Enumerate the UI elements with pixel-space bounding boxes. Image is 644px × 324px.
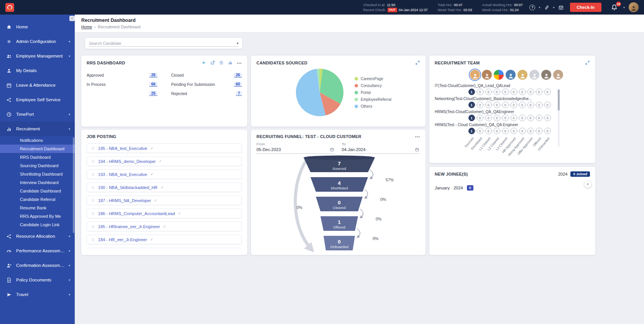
carousel-prev-button[interactable]: ‹ <box>584 181 591 188</box>
job-posting-row[interactable]: ☆185 - HRtrainee_eer_Jr.Engineer✓ <box>87 222 242 231</box>
sidebar-item-travel[interactable]: Travel▾ <box>0 287 75 302</box>
stage-count-bubble[interactable]: 0 <box>485 115 492 121</box>
sidebar-subitem-candidate-referral[interactable]: Candidate Referral <box>0 195 75 204</box>
sidebar-item-policy-documents[interactable]: Policy Documents▾ <box>0 273 75 287</box>
notifications-bell[interactable]: 33 <box>611 4 618 11</box>
sidebar-subitem-notifications[interactable]: Notifications <box>0 136 75 145</box>
expand-icon[interactable] <box>415 60 420 65</box>
expand-icon[interactable] <box>585 60 590 65</box>
help-icon[interactable]: ? <box>529 5 535 10</box>
team-avatar[interactable] <box>529 70 539 80</box>
star-icon[interactable]: ☆ <box>91 211 95 216</box>
stage-count-bubble[interactable]: 0 <box>544 89 551 95</box>
calendar-icon[interactable] <box>330 147 334 152</box>
sidebar-scrollbar[interactable] <box>73 137 74 233</box>
job-posting-row[interactable]: ☆186 - HRMS_Computer_AccountantLead✓ <box>87 209 242 218</box>
job-posting-row[interactable]: ☆194 - HRMS_demo_Developer✓ <box>87 156 242 166</box>
sidebar-subitem-rrs-approved-by-me[interactable]: RRS Approved By Me <box>0 212 75 220</box>
stage-count-bubble[interactable]: 0 <box>477 89 483 95</box>
stage-count-bubble[interactable]: 0 <box>536 102 542 108</box>
job-posting-link[interactable]: 185 - HRtrainee_eer_Jr.Engineer <box>98 224 160 229</box>
sidebar-item-employee-self-service[interactable]: Employee Self Service <box>0 92 75 107</box>
star-icon[interactable]: ☆ <box>91 198 95 203</box>
sidebar-subitem-resume-bank[interactable]: Resume Bank <box>0 204 75 212</box>
job-posting-row[interactable]: ☆187 - HRMS_NA_Developer✓ <box>87 196 242 205</box>
link-icon[interactable] <box>544 5 550 10</box>
sidebar-collapse-button[interactable]: ‹ <box>69 16 75 21</box>
sidebar-item-recruitment[interactable]: Recruitment▾ <box>0 122 75 136</box>
job-posting-row[interactable]: ☆195 - NBA_test_Executive✓ <box>87 143 242 153</box>
sidebar-subitem-rrs-dashboard[interactable]: RRS Dashboard <box>0 153 75 161</box>
stage-count-bubble[interactable]: 0 <box>477 115 483 121</box>
stage-count-bubble[interactable]: 0 <box>536 128 542 134</box>
stage-count-bubble[interactable]: 0 <box>527 102 534 108</box>
sidebar-item-my-details[interactable]: My Details <box>0 63 75 78</box>
stage-count-bubble[interactable]: 0 <box>519 102 526 108</box>
stage-count-bubble[interactable]: 0 <box>511 128 517 134</box>
stage-count-bubble[interactable]: 0 <box>494 115 500 121</box>
job-posting-link[interactable]: 190 - NBA_Skillstackadded_HR <box>98 185 158 190</box>
more-options-icon[interactable]: ⋯ <box>415 135 420 138</box>
add-icon[interactable] <box>201 60 206 65</box>
stage-count-bubble[interactable]: 0 <box>519 89 526 95</box>
funnel-from-field[interactable]: From 05-Dec-2023 <box>256 142 335 154</box>
stat-value-link[interactable]: 66 <box>149 82 157 87</box>
star-icon[interactable]: ☆ <box>91 172 95 177</box>
stage-count-bubble[interactable]: 0 <box>502 115 509 121</box>
sidebar-subitem-interview-dashboard[interactable]: Interview Dashboard <box>0 178 75 187</box>
sidebar-item-home[interactable]: Home <box>0 20 75 34</box>
stage-count-bubble[interactable]: 1 <box>468 128 475 134</box>
star-icon[interactable]: ☆ <box>91 185 95 190</box>
sidebar-item-confirmation-assessment[interactable]: Confirmation Assessment▾ <box>0 258 75 273</box>
search-candidate-select[interactable]: Search Candidate ▾ <box>89 40 238 47</box>
calendar-icon[interactable] <box>415 147 419 152</box>
chevron-down-icon[interactable]: ▾ <box>539 6 540 9</box>
sidebar-item-performance-assessment[interactable]: Performance Assessment▾ <box>0 243 75 258</box>
stage-count-bubble[interactable]: 0 <box>494 102 500 108</box>
sidebar-subitem-candidate-login-link[interactable]: Candidate Login Link <box>0 220 75 229</box>
funnel-to-field[interactable]: To 04-Jan-2024 <box>342 142 421 154</box>
job-posting-link[interactable]: 186 - HRMS_Computer_AccountantLead <box>98 211 175 216</box>
stage-count-bubble[interactable]: 0 <box>511 89 517 95</box>
chevron-down-icon[interactable]: ▾ <box>623 6 625 9</box>
stage-count-bubble[interactable]: 0 <box>511 102 517 108</box>
stage-count-bubble[interactable]: 0 <box>477 128 483 134</box>
stage-count-bubble[interactable]: 0 <box>519 115 526 121</box>
stage-count-bubble[interactable]: 0 <box>511 115 517 121</box>
stage-count-bubble[interactable]: 0 <box>527 128 534 134</box>
team-avatar[interactable] <box>494 70 504 80</box>
sidebar-item-resource-allocation[interactable]: Resource Allocation▾ <box>0 229 75 243</box>
calendar-icon[interactable] <box>558 5 564 10</box>
stage-count-bubble[interactable]: 0 <box>485 89 492 95</box>
breadcrumb-home-link[interactable]: Home <box>81 25 92 29</box>
job-posting-link[interactable]: 187 - HRMS_NA_Developer <box>98 198 151 203</box>
stat-value-link[interactable]: 26 <box>234 73 242 77</box>
sidebar-item-timeport[interactable]: TimePort▾ <box>0 107 75 122</box>
sidebar-item-leave-attendance[interactable]: Leave & Attendance <box>0 78 75 92</box>
stage-count-bubble[interactable]: 0 <box>485 102 492 108</box>
more-options-icon[interactable]: ⋯ <box>237 61 242 64</box>
stage-count-bubble[interactable]: 0 <box>536 89 542 95</box>
user-avatar[interactable] <box>629 2 639 12</box>
stage-count-bubble[interactable]: 0 <box>502 102 509 108</box>
stage-count-bubble[interactable]: 0 <box>502 128 509 134</box>
sidebar-subitem-candidate-dashboard[interactable]: Candidate Dashboard <box>0 187 75 195</box>
sidebar-item-employee-management[interactable]: Employee Management▾ <box>0 49 75 63</box>
job-posting-row[interactable]: ☆190 - NBA_Skillstackadded_HR✓ <box>87 183 242 192</box>
job-posting-link[interactable]: 194 - HRMS_demo_Developer <box>98 159 156 164</box>
stat-value-link[interactable]: 60 <box>234 82 242 87</box>
stage-count-bubble[interactable]: 0 <box>477 102 483 108</box>
stat-value-link[interactable]: 25 <box>149 91 157 96</box>
stage-count-bubble[interactable]: 1 <box>468 102 475 108</box>
stage-count-bubble[interactable]: 0 <box>485 128 492 134</box>
stat-value-link[interactable]: 26 <box>149 73 157 77</box>
stage-count-bubble[interactable]: 0 <box>519 128 526 134</box>
job-posting-row[interactable]: ☆193 - NBA_test_Executive✓ <box>87 169 242 179</box>
stage-count-bubble[interactable]: 0 <box>494 89 500 95</box>
stage-count-bubble[interactable]: 0 <box>527 115 534 121</box>
team-avatar[interactable] <box>470 70 480 80</box>
job-posting-row[interactable]: ☆184 - HR_eer_Jr.Engineer✓ <box>87 235 242 244</box>
external-link-icon[interactable] <box>210 60 215 65</box>
stage-count-bubble[interactable]: 0 <box>544 128 551 134</box>
team-avatar[interactable] <box>518 70 527 80</box>
